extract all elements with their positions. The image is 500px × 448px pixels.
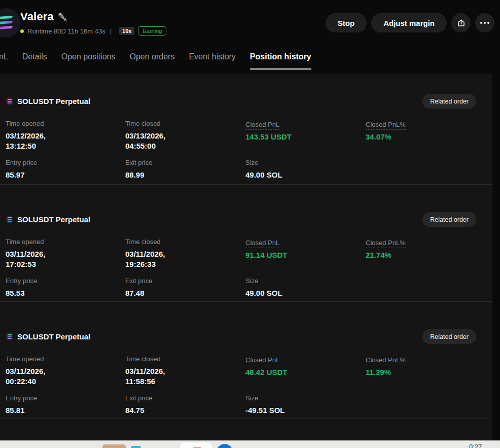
runtime-text: Runtime 80D 11h 16m 43s	[27, 27, 105, 35]
share-icon	[457, 19, 466, 27]
closed-pnl-value: 143.53 USDT	[245, 132, 366, 142]
time-closed-value: 03/13/2026, 04:55:00	[125, 131, 245, 151]
exit-price-value: 87.48	[125, 288, 245, 298]
symbol-label: SOLUSDT Perpetual	[17, 97, 90, 106]
time-opened-value: 03/12/2026, 13:12:50	[6, 131, 125, 151]
closed-pnl-pct-label: Closed PnL%	[366, 121, 406, 130]
time-opened-label: Time opened	[6, 355, 125, 363]
bot-title: Valera	[20, 10, 54, 23]
tab-details[interactable]: Details	[22, 52, 47, 68]
related-order-button[interactable]: Related order	[422, 329, 476, 344]
more-button[interactable]	[475, 13, 494, 32]
closed-pnl-pct-value: 11.39%	[366, 367, 476, 377]
position-card: SOLUSDT Perpetual Related order Time ope…	[0, 302, 492, 419]
closed-pnl-label: Closed PnL	[245, 356, 279, 365]
entry-price-value: 85.97	[6, 170, 125, 180]
tab-open-positions[interactable]: Open positions	[61, 52, 116, 68]
closed-pnl-pct-label: Closed PnL%	[366, 239, 406, 248]
bot-header: Valera ✎A Runtime 80D 11h 16m 43s | 10x …	[0, 0, 500, 47]
solana-logo-icon	[0, 16, 13, 31]
taskbar-app-icon[interactable]	[217, 444, 233, 448]
rename-icon[interactable]: ✎A	[58, 11, 67, 22]
closed-pnl-pct-value: 21.74%	[366, 250, 476, 260]
stop-button[interactable]: Stop	[326, 13, 367, 32]
status-dot	[20, 29, 24, 33]
time-closed-value: 03/11/2026, 11:58:56	[125, 366, 245, 387]
time-closed-label: Time closed	[125, 120, 245, 127]
size-label: Size	[245, 277, 366, 285]
closed-pnl-value: 91.14 USDT	[245, 250, 366, 260]
entry-price-label: Entry price	[6, 394, 125, 402]
size-value: 49.00 SOL	[245, 288, 366, 298]
closed-pnl-label: Closed PnL	[245, 121, 279, 130]
bot-avatar-solana	[0, 8, 20, 38]
time-opened-value: 03/11/2026, 00:22:40	[6, 366, 125, 387]
more-icon	[480, 22, 489, 24]
position-history-panel: SOLUSDT Perpetual Related order Time ope…	[0, 74, 492, 440]
closed-pnl-pct-value: 34.07%	[366, 132, 476, 142]
taskbar-clock: 0:27	[469, 443, 482, 448]
entry-price-label: Entry price	[6, 277, 125, 285]
closed-pnl-value: 48.42 USDT	[245, 367, 366, 377]
share-button[interactable]	[451, 13, 471, 32]
time-closed-label: Time closed	[125, 355, 245, 363]
time-opened-label: Time opened	[6, 238, 125, 246]
size-label: Size	[245, 159, 366, 166]
position-card: SOLUSDT Perpetual Related order Time ope…	[0, 74, 492, 185]
taskbar-app-icon[interactable]	[180, 442, 212, 448]
closed-pnl-label: Closed PnL	[245, 239, 279, 248]
taskbar-strip: 0:27	[0, 440, 500, 448]
symbol-label: SOLUSDT Perpetual	[17, 332, 90, 341]
time-closed-value: 03/11/2026, 19:26:33	[125, 249, 245, 269]
size-value: -49.51 SOL	[245, 405, 366, 416]
exit-price-label: Exit price	[125, 277, 245, 285]
entry-price-label: Entry price	[6, 159, 125, 166]
size-label: Size	[245, 394, 366, 402]
exit-price-value: 84.75	[125, 405, 245, 416]
entry-price-value: 85.81	[6, 405, 125, 416]
runtime-separator: |	[110, 27, 112, 35]
related-order-button[interactable]: Related order	[422, 212, 476, 227]
exit-price-label: Exit price	[125, 159, 245, 166]
exit-price-label: Exit price	[125, 394, 245, 402]
symbol-label: SOLUSDT Perpetual	[17, 215, 90, 224]
taskbar-app-icon[interactable]	[102, 444, 126, 448]
tab-open-orders[interactable]: Open orders	[129, 52, 174, 68]
tab-bar: nL Details Open positions Open orders Ev…	[0, 52, 311, 70]
closed-pnl-pct-label: Closed PnL%	[366, 356, 406, 365]
exit-price-value: 88.99	[125, 170, 245, 180]
tab-pnl[interactable]: nL	[0, 52, 8, 68]
tab-position-history[interactable]: Position history	[250, 52, 311, 70]
sol-coin-icon	[6, 97, 13, 105]
time-opened-value: 03/11/2026, 17:02:53	[6, 249, 125, 269]
tab-event-history[interactable]: Event history	[189, 52, 235, 68]
size-value: 49.00 SOL	[245, 170, 366, 180]
leverage-badge: 10x	[119, 27, 134, 35]
taskbar-app-icon[interactable]	[131, 446, 141, 448]
position-card: SOLUSDT Perpetual Related order Time ope…	[0, 185, 492, 302]
time-opened-label: Time opened	[6, 120, 125, 127]
time-closed-label: Time closed	[125, 238, 245, 246]
adjust-margin-button[interactable]: Adjust margin	[371, 13, 447, 32]
sol-coin-icon	[6, 333, 13, 340]
sol-coin-icon	[6, 216, 13, 223]
entry-price-value: 85.53	[6, 288, 125, 298]
related-order-button[interactable]: Related order	[422, 94, 476, 109]
earning-badge: Earning	[138, 26, 166, 36]
